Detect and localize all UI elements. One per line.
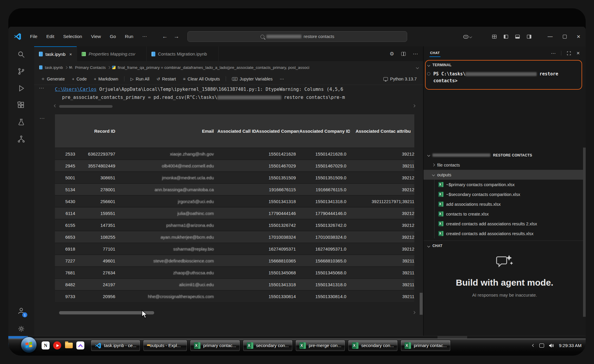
table-row[interactable]: 6114 159551 julia@oathinc.com 1779044414… — [55, 207, 414, 219]
table-row[interactable]: 2533 63622293797 xiaoje.zhang@nih.gov 15… — [55, 148, 414, 159]
toggle-sidebar-icon[interactable] — [503, 34, 508, 39]
toggle-secondary-sidebar-icon[interactable] — [527, 34, 532, 39]
toggle-panel-icon[interactable] — [515, 34, 520, 39]
split-editor-icon[interactable] — [401, 52, 406, 56]
table-row[interactable]: 5134 278001 ann.brassinga@umanitoba.ca 1… — [55, 183, 414, 195]
table-row[interactable]: 2945 35574802449 olb4004@med.cornell.edu… — [55, 159, 414, 171]
taskbar-window-button[interactable]: X secondary con... — [348, 340, 398, 351]
run-all-button[interactable]: ▷Run All — [127, 75, 152, 83]
hierarchy-fork-icon[interactable] — [17, 135, 25, 143]
editor-tab[interactable]: Contacts Migration.ipynb × — [147, 46, 219, 61]
editor-vscrollbar[interactable] — [420, 293, 423, 315]
clickup-icon[interactable] — [76, 341, 84, 349]
tree-file-item[interactable]: X add associations results.xlsx — [424, 199, 586, 209]
menu-item[interactable]: Edit — [43, 32, 58, 41]
taskbar-window-button[interactable]: X primary contac... — [190, 340, 240, 351]
volume-icon[interactable] — [549, 343, 554, 348]
taskbar-window-button[interactable]: X pre-merge con... — [296, 340, 345, 351]
scroll-right-icon[interactable] — [413, 311, 416, 314]
warning-path-link[interactable]: C:\Users\Carlos — [55, 87, 97, 92]
add-code-button[interactable]: +Code — [69, 75, 90, 83]
menu-item[interactable]: Selection — [60, 32, 86, 41]
jupyter-variables-button[interactable]: (x)Jupyter Variables — [229, 75, 275, 83]
customize-layout-icon[interactable] — [492, 34, 497, 39]
table-row[interactable]: 5430 256601 jrgonza5@uci.edu 15501341318… — [55, 195, 414, 207]
scrollbar-thumb[interactable] — [59, 105, 113, 108]
taskbar-window-button[interactable]: X task.ipynb - ce... — [91, 340, 140, 351]
tray-expand-icon[interactable] — [532, 344, 535, 347]
folder-icon[interactable] — [65, 341, 73, 349]
table-row[interactable]: 6918 77101 ssharma@replay.bio 1627409537… — [55, 243, 414, 254]
editor-tab[interactable]: task.ipynb × — [34, 46, 77, 62]
toolbar-more-button[interactable]: ⋯ — [277, 75, 287, 83]
menu-item[interactable]: Run — [121, 32, 136, 41]
more-actions-icon[interactable]: ⋯ — [413, 51, 418, 57]
testing-beaker-icon[interactable] — [17, 118, 25, 126]
terminal-section-header[interactable]: TERMINAL — [424, 60, 586, 69]
table-row[interactable]: 6155 147351 psharma1@arizona.edu 1550132… — [55, 219, 414, 231]
panel-vscrollbar[interactable] — [583, 148, 586, 317]
restart-button[interactable]: ↺Restart — [154, 75, 179, 83]
tree-folder-file-contacts[interactable]: file contacts — [424, 160, 586, 170]
tree-file-item[interactable]: X ~$secondary contacts comparition.xlsx — [424, 189, 586, 199]
table-row[interactable]: 7681 27634 zhaop@uthscsa.edu 15501345068… — [55, 266, 414, 278]
clear-outputs-button[interactable]: ≡Clear All Outputs — [180, 75, 223, 83]
forward-arrow-icon[interactable]: → — [173, 33, 179, 40]
run-debug-icon[interactable] — [17, 84, 25, 92]
menu-item[interactable]: Go — [107, 32, 119, 41]
tree-folder-outputs[interactable]: outputs — [424, 170, 586, 180]
scrollbar-thumb[interactable] — [59, 311, 154, 314]
table-row[interactable]: 6653 108255 ayan.mukherjee@bcm.edu 17010… — [55, 231, 414, 243]
search-icon[interactable] — [17, 50, 25, 58]
breadcrumb-file[interactable]: task.ipynb — [45, 65, 63, 70]
scroll-right-icon[interactable] — [413, 105, 416, 107]
close-tab-icon[interactable]: × — [69, 52, 72, 57]
add-markdown-button[interactable]: +Markdown — [91, 75, 121, 83]
close-button[interactable]: × — [577, 33, 580, 40]
source-control-icon[interactable] — [17, 67, 25, 75]
table-row[interactable]: 7227 49601 steve@definedbioscience.com 1… — [55, 254, 414, 266]
chat-panel-tab[interactable]: CHAT — [429, 49, 440, 57]
action-center-icon[interactable] — [539, 344, 544, 348]
minimize-button[interactable]: — — [548, 34, 553, 39]
clock[interactable]: 9:29:33 AM — [559, 343, 582, 348]
tree-project-header[interactable]: RESTORE CONTACTS — [424, 150, 586, 160]
cell-actions-icon[interactable]: ⋯ — [39, 85, 44, 91]
notebook-settings-gear-icon[interactable]: ⚙ — [390, 51, 394, 57]
terminal-prompt[interactable]: PS C:\tasks\ restorecontacts> — [424, 69, 586, 84]
generate-button[interactable]: ✧Generate — [38, 75, 68, 83]
taskbar-window-button[interactable]: X outputs - Expl... — [143, 340, 187, 351]
back-arrow-icon[interactable]: ← — [162, 33, 168, 40]
menu-item[interactable]: File — [27, 32, 41, 41]
chat-section-header[interactable]: CHAT — [424, 241, 586, 250]
extensions-icon[interactable] — [17, 101, 25, 109]
taskbar-window-button[interactable]: X secondary con... — [243, 340, 293, 351]
kernel-picker[interactable]: Python 3.13.7 — [383, 77, 419, 81]
breadcrumb-code[interactable]: final_frame_qa_primary = combinar_datafr… — [118, 65, 414, 70]
output-hscrollbar-top[interactable] — [52, 105, 417, 109]
editor-tab[interactable]: Properties Mapping.csv × — [77, 46, 147, 61]
youtube-icon[interactable] — [53, 341, 61, 349]
maximize-button[interactable] — [563, 35, 567, 39]
command-search-input[interactable]: restore contacts — [187, 31, 407, 42]
start-button[interactable] — [21, 337, 37, 353]
copilot-menu-icon[interactable] — [463, 34, 472, 39]
table-row[interactable]: 8482 24197 alicimli1@uci.edu 15501341318… — [55, 278, 414, 290]
notion-icon[interactable]: N — [42, 341, 50, 349]
table-row[interactable]: 5001 308651 jmonka@mednet.ucla.edu 15501… — [55, 171, 414, 183]
close-panel-icon[interactable]: × — [576, 50, 580, 56]
settings-gear-icon[interactable] — [17, 325, 25, 333]
tree-file-item[interactable]: X ~$primary contacts comparition.xlsx — [424, 180, 586, 189]
panel-more-icon[interactable]: ⋯ — [551, 50, 556, 56]
tree-file-item[interactable]: X created contacts add associations resu… — [424, 219, 586, 229]
cell-actions-icon[interactable]: ⋯ — [40, 115, 45, 121]
tree-file-item[interactable]: X created contacts add associations resu… — [424, 229, 586, 238]
taskbar-window-button[interactable]: X primary contac... — [401, 340, 451, 351]
breadcrumb-section[interactable]: Primary Contacts — [75, 65, 106, 70]
collapse-cell-icon[interactable] — [416, 66, 419, 69]
scroll-left-icon[interactable] — [54, 105, 57, 107]
output-hscrollbar-bottom[interactable] — [52, 311, 417, 315]
menu-item[interactable]: ⋯ — [139, 32, 150, 41]
maximize-panel-icon[interactable] — [567, 51, 571, 56]
menu-item[interactable]: View — [88, 32, 104, 41]
